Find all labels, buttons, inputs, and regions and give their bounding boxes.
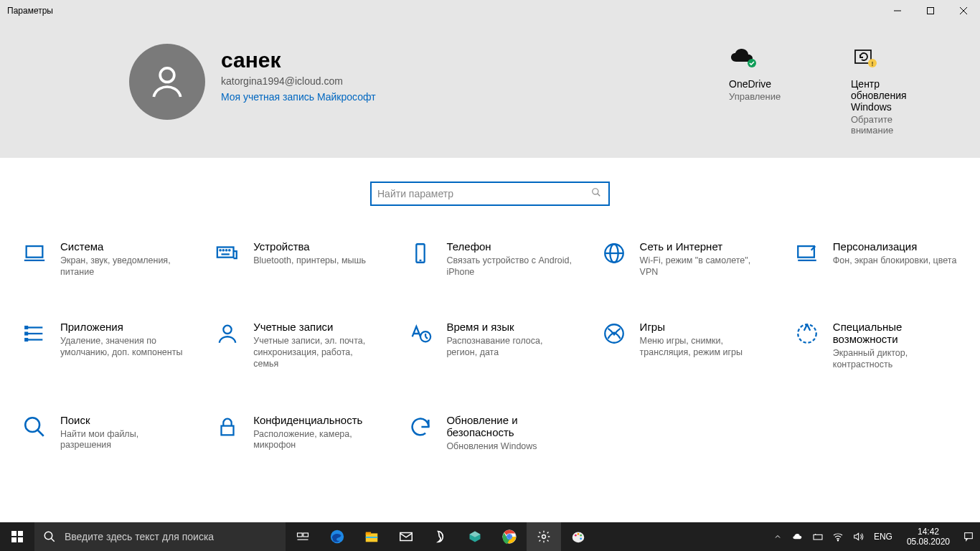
svg-point-65 [580, 534, 582, 537]
category-accessibility[interactable]: Специальные возможностиЭкранный диктор, … [794, 321, 958, 370]
system-tray: ENG 14:42 05.08.2020 [766, 522, 980, 551]
brush-icon [794, 240, 820, 266]
svg-rect-51 [366, 532, 371, 535]
category-network[interactable]: Сеть и ИнтернетWi-Fi, режим "в самолете"… [601, 240, 765, 278]
lock-icon [215, 414, 240, 440]
svg-rect-67 [814, 534, 822, 540]
svg-rect-1 [928, 8, 934, 14]
svg-point-66 [580, 537, 582, 540]
onedrive-icon [729, 45, 815, 71]
header: санек katorgina1994@icloud.com Моя учетн… [0, 22, 980, 158]
taskbar-search[interactable]: Введите здесь текст для поиска [34, 522, 286, 551]
svg-rect-42 [11, 537, 17, 542]
tray-wifi-icon[interactable] [831, 522, 845, 551]
category-gaming[interactable]: ИгрыМеню игры, снимки, трансляция, режим… [601, 321, 765, 370]
settings-app: санек katorgina1994@icloud.com Моя учетн… [0, 22, 980, 522]
minimize-button[interactable] [881, 0, 914, 22]
taskbar-clock[interactable]: 14:42 05.08.2020 [901, 527, 956, 547]
svg-rect-30 [25, 339, 27, 341]
svg-point-64 [578, 533, 580, 535]
category-time-language[interactable]: Время и языкРаспознавание голоса, регион… [407, 321, 572, 370]
onedrive-title: OneDrive [729, 78, 815, 90]
category-desc: Wi-Fi, режим "в самолете", VPN [640, 255, 765, 278]
profile-email: katorgina1994@icloud.com [221, 75, 376, 87]
svg-rect-53 [400, 533, 413, 541]
svg-point-9 [593, 189, 598, 194]
svg-point-17 [229, 250, 230, 250]
category-desc: Удаление, значения по умолчанию, доп. ко… [60, 336, 186, 358]
svg-point-36 [798, 325, 816, 344]
svg-line-10 [598, 194, 600, 197]
category-title: Поиск [60, 414, 186, 426]
window-title: Параметры [7, 6, 53, 16]
laptop-icon [22, 240, 47, 266]
titlebar: Параметры [0, 0, 980, 22]
close-button[interactable] [947, 0, 980, 22]
svg-rect-13 [217, 248, 234, 258]
profile-name: санек [221, 48, 376, 72]
paint-icon[interactable] [561, 522, 595, 551]
app-icon-2[interactable] [458, 522, 492, 551]
apps-icon [22, 321, 47, 347]
category-title: Специальные возможности [833, 321, 958, 345]
svg-point-16 [226, 250, 227, 250]
chrome-icon[interactable] [492, 522, 527, 551]
svg-rect-70 [965, 533, 973, 539]
person-icon [147, 62, 187, 102]
start-button[interactable] [0, 522, 34, 551]
category-desc: Связать устройство с Android, iPhone [446, 255, 572, 278]
taskbar: Введите здесь текст для поиска [0, 522, 980, 551]
svg-point-61 [542, 535, 546, 539]
svg-rect-29 [25, 333, 27, 335]
svg-rect-40 [11, 531, 17, 536]
svg-rect-43 [18, 537, 23, 542]
category-title: Персонализация [833, 240, 957, 253]
svg-rect-24 [798, 246, 814, 258]
tray-onedrive-icon[interactable] [791, 522, 805, 551]
mail-icon[interactable] [389, 522, 423, 551]
category-system[interactable]: СистемаЭкран, звук, уведомления, питание [22, 240, 186, 278]
task-view-button[interactable] [286, 522, 320, 551]
category-title: Обновление и безопасность [446, 414, 572, 438]
svg-point-31 [224, 326, 232, 334]
tray-volume-icon[interactable] [851, 522, 865, 551]
onedrive-sub: Управление [729, 91, 815, 102]
app-icon-1[interactable] [423, 522, 458, 551]
category-title: Устройства [253, 240, 366, 253]
onedrive-tile[interactable]: OneDrive Управление [729, 45, 815, 158]
explorer-icon[interactable] [354, 522, 389, 551]
svg-text:!: ! [872, 60, 874, 67]
sync-icon [407, 414, 433, 440]
person-icon [215, 321, 240, 347]
search-box[interactable] [370, 182, 610, 206]
category-update-security[interactable]: Обновление и безопасностьОбновления Wind… [407, 414, 572, 453]
category-title: Система [60, 240, 186, 253]
category-desc: Расположение, камера, микрофон [253, 429, 379, 451]
search-input[interactable] [377, 188, 591, 199]
tray-chevron-up-icon[interactable] [771, 522, 785, 551]
tray-input-icon[interactable] [811, 522, 825, 551]
avatar[interactable] [129, 44, 205, 120]
category-accounts[interactable]: Учетные записиУчетные записи, эл. почта,… [215, 321, 379, 370]
category-title: Время и язык [446, 321, 572, 333]
action-center-icon[interactable] [961, 522, 976, 551]
maximize-button[interactable] [914, 0, 947, 22]
category-personalization[interactable]: ПерсонализацияФон, экран блокировки, цве… [794, 240, 958, 278]
windows-update-tile[interactable]: ! Центр обновления Windows Обратите вним… [851, 45, 937, 158]
category-privacy[interactable]: КонфиденциальностьРасположение, камера, … [215, 414, 379, 453]
category-title: Учетные записи [253, 321, 379, 333]
category-phone[interactable]: ТелефонСвязать устройство с Android, iPh… [407, 240, 572, 278]
category-apps[interactable]: ПриложенияУдаление, значения по умолчани… [22, 321, 186, 370]
svg-line-45 [51, 538, 55, 542]
category-desc: Обновления Windows [446, 441, 572, 453]
edge-icon[interactable] [320, 522, 354, 551]
microsoft-account-link[interactable]: Моя учетная запись Майкрософт [221, 91, 376, 103]
tray-language[interactable]: ENG [871, 532, 895, 542]
svg-rect-46 [298, 533, 303, 537]
globe-icon [601, 240, 627, 266]
category-devices[interactable]: УстройстваBluetooth, принтеры, мышь [215, 240, 379, 278]
settings-taskbar-icon[interactable] [527, 522, 561, 551]
category-search[interactable]: ПоискНайти мои файлы, разрешения [22, 414, 186, 453]
profile-block: санек katorgina1994@icloud.com Моя учетн… [129, 39, 376, 158]
svg-rect-39 [222, 425, 234, 435]
